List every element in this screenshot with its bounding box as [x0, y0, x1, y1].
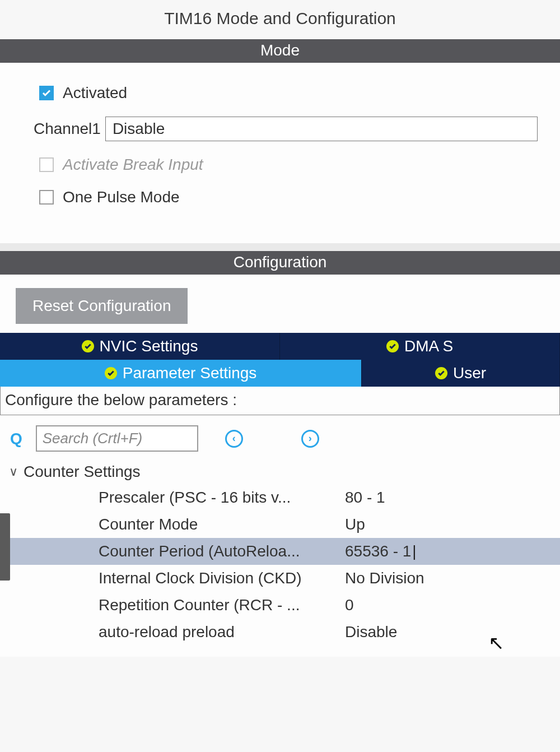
check-icon — [435, 367, 447, 379]
tabs-row-2: Parameter Settings User — [0, 360, 560, 387]
search-row: Q Search (Crtl+F) ‹ › — [0, 425, 560, 457]
activated-checkbox[interactable] — [39, 86, 54, 100]
channel1-value: Disable — [113, 120, 165, 138]
param-value: No Division — [345, 569, 560, 587]
param-row-counter-mode[interactable]: Counter Mode Up — [9, 511, 560, 538]
scrollbar-thumb[interactable] — [0, 513, 10, 581]
mode-pane: Activated Channel1 Disable Activate Brea… — [0, 63, 560, 243]
config-pane: Reset Configuration NVIC Settings DMA S … — [0, 275, 560, 657]
break-input-checkbox — [39, 157, 54, 172]
chevron-left-icon: ‹ — [232, 433, 236, 444]
param-row-rcr[interactable]: Repetition Counter (RCR - ... 0 — [9, 592, 560, 619]
tab-dma[interactable]: DMA S — [280, 333, 560, 360]
break-input-label: Activate Break Input — [63, 156, 203, 174]
one-pulse-checkbox[interactable] — [39, 190, 54, 205]
param-row-prescaler[interactable]: Prescaler (PSC - 16 bits v... 80 - 1 — [9, 484, 560, 511]
tabs-row-1: NVIC Settings DMA S — [0, 333, 560, 360]
param-value: Up — [345, 516, 560, 533]
reset-configuration-button[interactable]: Reset Configuration — [16, 288, 188, 324]
pane-divider — [0, 243, 560, 251]
tab-user[interactable]: User — [362, 360, 560, 387]
channel1-select[interactable]: Disable — [105, 117, 538, 141]
mode-section-header: Mode — [0, 39, 560, 63]
tab-label: User — [453, 364, 486, 382]
one-pulse-label: One Pulse Mode — [63, 188, 180, 206]
channel1-label: Channel1 — [34, 120, 101, 138]
param-value: 0 — [345, 596, 560, 614]
group-header-counter-settings[interactable]: ∨ Counter Settings — [9, 463, 560, 481]
param-row-ckd[interactable]: Internal Clock Division (CKD) No Divisio… — [9, 565, 560, 592]
activated-row: Activated — [39, 84, 538, 102]
activated-label: Activated — [63, 84, 127, 102]
group-label: Counter Settings — [24, 463, 141, 481]
search-prev-button[interactable]: ‹ — [225, 430, 243, 448]
param-label: Internal Clock Division (CKD) — [99, 569, 345, 587]
break-input-row: Activate Break Input — [39, 156, 538, 174]
check-icon — [82, 340, 94, 352]
param-label: Prescaler (PSC - 16 bits v... — [99, 489, 345, 507]
param-row-counter-period[interactable]: Counter Period (AutoReloa... 65536 - 1 — [9, 538, 560, 565]
tab-nvic-settings[interactable]: NVIC Settings — [0, 333, 280, 360]
param-label: Counter Mode — [99, 516, 345, 533]
one-pulse-row: One Pulse Mode — [39, 188, 538, 206]
config-prompt: Configure the below parameters : — [0, 387, 560, 415]
page-title: TIM16 Mode and Configuration — [0, 0, 560, 39]
search-icon[interactable]: Q — [10, 430, 22, 448]
param-value: 80 - 1 — [345, 489, 560, 507]
check-icon — [105, 367, 117, 379]
search-input[interactable]: Search (Crtl+F) — [36, 425, 198, 452]
param-label: auto-reload preload — [99, 623, 345, 641]
param-label: Counter Period (AutoReloa... — [99, 542, 345, 560]
search-next-button[interactable]: › — [301, 430, 319, 448]
tab-label: NVIC Settings — [100, 337, 198, 355]
search-placeholder: Search (Crtl+F) — [43, 430, 142, 447]
checkmark-icon — [41, 88, 52, 98]
param-row-auto-reload[interactable]: auto-reload preload Disable — [9, 619, 560, 646]
param-value[interactable]: 65536 - 1 — [345, 542, 560, 560]
config-section-header: Configuration — [0, 251, 560, 275]
check-icon — [386, 340, 399, 352]
param-label: Repetition Counter (RCR - ... — [99, 596, 345, 614]
channel1-row: Channel1 Disable — [34, 117, 538, 141]
tab-label: DMA S — [404, 337, 453, 355]
param-value: Disable — [345, 623, 560, 641]
chevron-right-icon: › — [309, 433, 312, 444]
tab-label: Parameter Settings — [123, 364, 257, 382]
chevron-down-icon: ∨ — [9, 465, 18, 479]
tab-parameter-settings[interactable]: Parameter Settings — [0, 360, 362, 387]
parameter-tree: ∨ Counter Settings Prescaler (PSC - 16 b… — [0, 457, 560, 657]
